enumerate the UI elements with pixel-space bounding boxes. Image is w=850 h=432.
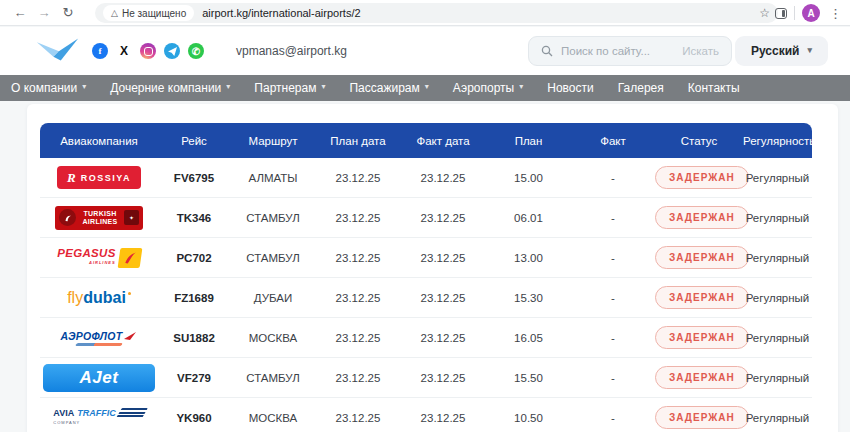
airport-logo[interactable]: [36, 36, 80, 66]
pegasus-logo: PEGASUSAIRLINES: [57, 248, 140, 268]
fact-time: -: [571, 372, 655, 384]
plan-time: 15.30: [486, 292, 571, 304]
address-bar[interactable]: △ Не защищено airport.kg/international-a…: [95, 3, 778, 23]
whatsapp-icon[interactable]: ✆: [188, 43, 204, 59]
side-panel-icon[interactable]: [775, 8, 787, 19]
flight-number: FV6795: [158, 172, 230, 184]
column-header: Статус: [655, 135, 743, 147]
fact-time: -: [571, 172, 655, 184]
table-body: R ROSSIYA FV6795 АЛМАТЫ 23.12.25 23.12.2…: [40, 158, 812, 432]
fact-time: -: [571, 412, 655, 424]
flight-number: SU1882: [158, 332, 230, 344]
bookmark-star-icon[interactable]: ☆: [759, 6, 770, 20]
nav-item-6[interactable]: Галерея: [618, 81, 664, 95]
profile-avatar[interactable]: A: [802, 4, 820, 22]
fact-time: -: [571, 332, 655, 344]
column-header: Авиакомпания: [40, 135, 158, 147]
status-cell: ЗАДЕРЖАН: [655, 166, 743, 189]
rossiya-logo: R ROSSIYA: [57, 166, 141, 189]
telegram-icon[interactable]: [164, 43, 180, 59]
nav-item-4[interactable]: Аэропорты ▾: [453, 81, 523, 95]
turkish-airlines-logo: TURKISHAIRLINES ✦: [55, 206, 143, 230]
site-header: f X ✆ vpmanas@airport.kg Искать Русский …: [0, 27, 850, 75]
plan-date: 23.12.25: [316, 332, 400, 344]
nav-item-1[interactable]: Дочерние компании ▾: [110, 81, 230, 95]
browser-menu-icon[interactable]: ⋮: [827, 6, 844, 21]
aeroflot-logo: АЭРОФЛОТ: [61, 330, 138, 346]
page: ← → ↻ △ Не защищено airport.kg/internati…: [0, 0, 850, 432]
facebook-icon[interactable]: f: [92, 43, 108, 59]
flight-number: TK346: [158, 212, 230, 224]
fact-date: 23.12.25: [400, 412, 486, 424]
regularity: Регулярный: [743, 292, 812, 304]
flight-number: PC702: [158, 252, 230, 264]
browser-reload-icon[interactable]: ↻: [56, 5, 80, 20]
flights-table: АвиакомпанияРейсМаршрутПлан датаФакт дат…: [40, 123, 812, 432]
flight-number: FZ1689: [158, 292, 230, 304]
pegasus-wing-icon: [117, 248, 142, 268]
plan-time: 15.00: [486, 172, 571, 184]
regularity: Регулярный: [743, 372, 812, 384]
aeroflot-wing-icon: [124, 331, 137, 341]
plan-time: 06.01: [486, 212, 571, 224]
route: ДУБАИ: [230, 292, 316, 304]
x-icon[interactable]: X: [116, 43, 132, 59]
chevron-down-icon: ▾: [82, 83, 86, 91]
url-text[interactable]: airport.kg/international-airports/2: [202, 7, 751, 19]
security-badge[interactable]: △ Не защищено: [103, 5, 194, 21]
language-selector[interactable]: Русский ▾: [735, 36, 828, 66]
status-badge: ЗАДЕРЖАН: [655, 406, 749, 429]
site-search: Искать: [528, 36, 732, 66]
table-row: АЭРОФЛОТ SU1882 МОСКВА 23.12.25 23.12.25…: [40, 318, 812, 358]
turkish-bird-icon: [59, 209, 76, 226]
regularity: Регулярный: [743, 212, 812, 224]
plan-date: 23.12.25: [316, 372, 400, 384]
flight-number: VF279: [158, 372, 230, 384]
avia-traffic-logo: AVIATRAFFIC COMPANY: [53, 408, 144, 427]
column-header: План: [486, 135, 571, 147]
chevron-down-icon: ▾: [226, 83, 230, 91]
ajet-logo: AJet: [43, 364, 155, 392]
chevron-down-icon: ▾: [807, 46, 812, 55]
plan-date: 23.12.25: [316, 252, 400, 264]
table-row: R ROSSIYA FV6795 АЛМАТЫ 23.12.25 23.12.2…: [40, 158, 812, 198]
plan-time: 15.50: [486, 372, 571, 384]
status-badge: ЗАДЕРЖАН: [655, 246, 749, 269]
regularity: Регулярный: [743, 252, 812, 264]
main-nav: О компании ▾ Дочерние компании ▾ Партнер…: [0, 75, 850, 101]
airline-logo-cell: TURKISHAIRLINES ✦: [40, 206, 158, 230]
nav-item-2[interactable]: Партнерам ▾: [254, 81, 325, 95]
nav-item-0[interactable]: О компании ▾: [11, 81, 86, 95]
star-icon: ✦: [124, 210, 139, 225]
airline-logo-cell: АЭРОФЛОТ: [40, 330, 158, 346]
search-input[interactable]: [561, 45, 674, 57]
status-badge: ЗАДЕРЖАН: [655, 286, 749, 309]
rossiya-mark-icon: R: [67, 170, 76, 186]
browser-forward-icon[interactable]: →: [32, 5, 56, 20]
plan-date: 23.12.25: [316, 172, 400, 184]
airline-logo-cell: PEGASUSAIRLINES: [40, 248, 158, 268]
column-header: Регулярность: [743, 135, 815, 147]
regularity: Регулярный: [743, 172, 812, 184]
fact-date: 23.12.25: [400, 172, 486, 184]
nav-item-3[interactable]: Пассажирам ▾: [349, 81, 428, 95]
column-header: Факт: [571, 135, 655, 147]
airline-logo-cell: AVIATRAFFIC COMPANY: [40, 408, 158, 427]
contact-email[interactable]: vpmanas@airport.kg: [236, 44, 347, 58]
fact-date: 23.12.25: [400, 332, 486, 344]
airline-logo-cell: AJet: [40, 364, 158, 392]
browser-back-icon[interactable]: ←: [8, 5, 32, 20]
fact-time: -: [571, 212, 655, 224]
browser-actions: A ⋮: [775, 0, 844, 26]
route: МОСКВА: [230, 412, 316, 424]
chevron-down-icon: ▾: [321, 83, 325, 91]
status-cell: ЗАДЕРЖАН: [655, 406, 743, 429]
search-button[interactable]: Искать: [682, 45, 719, 57]
instagram-icon[interactable]: [140, 43, 156, 59]
plan-date: 23.12.25: [316, 212, 400, 224]
social-links: f X ✆: [92, 43, 204, 59]
nav-item-7[interactable]: Контакты: [688, 81, 740, 95]
nav-item-5[interactable]: Новости: [547, 81, 593, 95]
avia-traffic-flag-icon: [116, 408, 148, 418]
status-badge: ЗАДЕРЖАН: [655, 366, 749, 389]
